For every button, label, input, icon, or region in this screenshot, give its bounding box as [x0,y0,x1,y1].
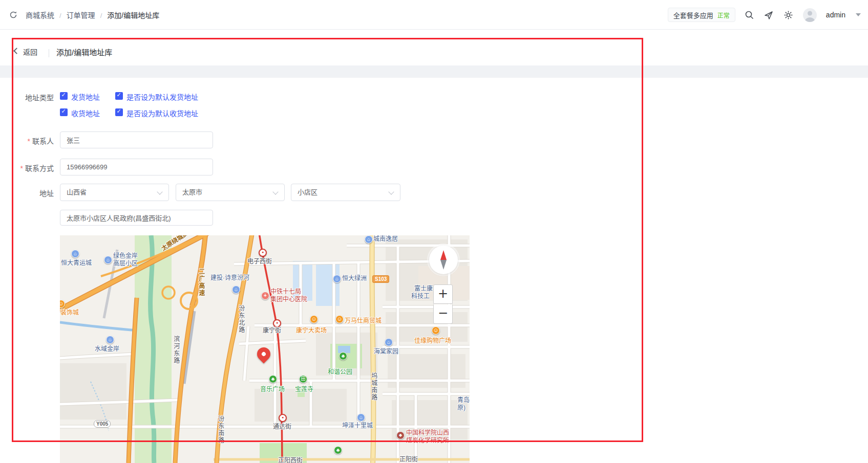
map-label: 坤泽十里城 [342,423,373,430]
shop-poi-icon: ☺ [60,300,65,308]
breadcrumb: 商城系统/订单管理/添加/编辑地址库 [26,10,159,20]
map-label: 太原绕城高速 [160,235,195,253]
metro-poi-icon: ● [259,249,267,257]
tree-poi-icon: ♣ [334,446,342,454]
refresh-icon[interactable] [8,10,18,20]
avatar[interactable] [803,8,817,22]
city-select[interactable]: 太原市 [176,184,285,201]
chevron-left-icon [13,48,20,54]
address-detail-input[interactable] [60,210,213,226]
map-label: 滨河东路 [172,336,179,364]
tree-poi-icon: ♣ [339,352,347,360]
map-zoom-in-button[interactable]: + [433,284,453,304]
tree-poi-icon: ♣ [269,375,277,383]
map-label: 中国科学院山西 [406,430,449,437]
map-label: 绿色金岸 [113,253,138,260]
checkbox-shipping-address-label[interactable]: 发货地址 [71,92,100,102]
breadcrumb-item-1[interactable]: 商城系统 [26,11,54,19]
chevron-down-icon[interactable] [856,13,861,16]
username[interactable]: admin [826,11,845,19]
metro-poi-icon: ● [279,414,287,422]
map-label: 原) [457,405,465,412]
map-label: 正阳街 [399,456,418,463]
road-badge: Y005 [94,420,111,428]
map-zoom-out-button[interactable]: − [433,304,453,324]
home-poi-icon: ⌂ [232,285,240,294]
checkbox-default-shipping[interactable] [115,92,123,100]
home-poi-icon: ⌂ [104,256,112,264]
checkbox-default-receiving[interactable] [115,108,123,116]
map-label: 坞城南路 [370,372,377,401]
map-label: 音乐广场 [260,386,285,393]
map-label: 汾东北路 [237,305,244,334]
province-select[interactable]: 山西省 [60,184,169,201]
map-label: 建投·诗意汾河 [210,275,249,282]
page: 商城系统/订单管理/添加/编辑地址库 全套餐多应用 正常 admin [0,0,868,463]
contact-input[interactable] [60,131,213,148]
hospital-poi-icon: + [261,292,269,300]
map-label: 宝莲寺 [295,386,313,393]
rocket-icon[interactable] [764,10,774,20]
map-label: 康宁街 [263,327,281,335]
checkbox-default-shipping-label[interactable]: 是否设为默认发货地址 [126,92,198,102]
map-label: 城南逸居 [373,236,398,243]
map-label: 恒大绿洲 [342,275,367,282]
compass-control[interactable] [429,246,458,274]
map-label: 佳缘购物广场 [414,338,451,345]
checkbox-receiving-address-label[interactable]: 收货地址 [71,108,100,118]
map-label: 电子西街 [247,258,272,266]
home-poi-icon: ⌂ [71,250,79,258]
map-canvas[interactable]: 恒大青运城绿色金岸高层小区太原绕城高速二广高速建投·诗意汾河电子西街城南逸居中铁… [60,235,470,463]
divider [49,49,49,57]
map-label: 海棠家园 [374,348,398,356]
breadcrumb-item-2[interactable]: 订单管理 [67,11,95,19]
home-poi-icon: ⌂ [385,338,393,346]
environment-badge[interactable]: 全套餐多应用 正常 [668,8,735,22]
map-label: 正阳西街 [278,457,303,463]
phone-input[interactable] [60,159,213,175]
page-header: 返回 添加/编辑地址库 [0,30,868,65]
map-label: 装饰城 [60,310,79,317]
temple-poi-icon: 田 [299,375,307,383]
shop-poi-icon: ☺ [432,326,440,335]
map-label: 集团中心医院 [270,296,307,303]
science-poi-icon: ◆ [396,431,405,439]
map-label: 汾东南路 [217,415,224,444]
page-title: 添加/编辑地址库 [56,47,112,57]
compass-north-needle [440,250,447,260]
map-label: 富士康 [414,285,433,293]
map-label: 和谐公园 [328,369,352,376]
checkbox-receiving-address[interactable] [60,108,68,116]
topbar: 商城系统/订单管理/添加/编辑地址库 全套餐多应用 正常 admin [0,0,868,30]
shop-poi-icon: ☺ [310,315,318,323]
back-button[interactable]: 返回 [14,30,37,65]
gear-icon[interactable] [784,10,794,20]
map-label: 恒大青运城 [61,260,92,267]
address-type-label: 地址类型 [8,92,54,102]
breadcrumb-item-3: 添加/编辑地址库 [107,11,159,19]
map-label: 科技工 [411,293,430,300]
search-icon[interactable] [745,10,755,20]
checkbox-shipping-address[interactable] [60,92,68,100]
shop-poi-icon: ☺ [335,315,344,323]
compass-south-needle [440,260,447,270]
checkbox-default-receiving-label[interactable]: 是否设为默认收货地址 [126,108,198,118]
home-poi-icon: ⌂ [106,336,114,344]
section-gap [0,65,868,78]
phone-label: 联系方式 [8,163,54,173]
environment-status: 正常 [717,11,730,19]
metro-poi-icon: ● [273,319,281,327]
map-label: 二广高速 [197,268,204,297]
environment-name: 全套餐多应用 [673,10,713,20]
map-label: 通达街 [273,424,291,431]
map-label: 康宁大卖场 [296,327,327,335]
home-poi-icon: ⌂ [365,235,373,244]
map-label: 青岛 [457,397,470,404]
map-label: 高层小区 [113,260,138,268]
road-badge: S103 [372,275,389,283]
contact-label: 联系人 [8,136,54,146]
map-label: 水域金岸 [95,346,119,353]
district-select[interactable]: 小店区 [291,184,400,201]
home-poi-icon: ⌂ [357,413,365,422]
map-label: 煤炭化学研究所 [406,437,449,445]
